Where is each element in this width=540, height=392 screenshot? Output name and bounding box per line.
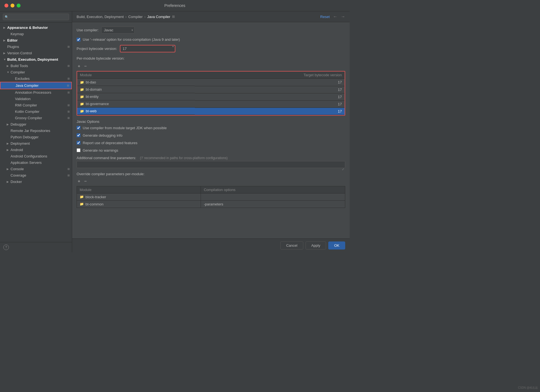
gen-debug-checkbox[interactable] — [77, 133, 80, 137]
deprecated-label: Report use of deprecated features — [83, 141, 137, 145]
sidebar-item-label: Python Debugger — [11, 135, 70, 139]
table-row-selected[interactable]: 📁 bt-web 17 — [77, 108, 345, 115]
sidebar-item-label: Java Compiler — [16, 83, 66, 88]
sidebar-item-label: Kotlin Compiler — [15, 110, 66, 114]
sidebar-item-plugins[interactable]: Plugins ⊞ — [0, 44, 72, 50]
project-bytecode-row: Project bytecode version: 17 11 8 ▾ — [77, 45, 345, 52]
sidebar-item-docker[interactable]: ▶ Docker — [0, 179, 72, 185]
sidebar-item-android[interactable]: ▶ Android — [0, 147, 72, 153]
override-module-name: block-tracker — [85, 195, 106, 199]
sidebar-item-groovy-compiler[interactable]: Groovy Compiler ⊞ — [0, 115, 72, 121]
sidebar-item-label: Editor — [7, 38, 70, 42]
sidebar-item-remote-jar[interactable]: Remote Jar Repositories — [0, 128, 72, 134]
sidebar-item-label: Build Tools — [11, 64, 66, 68]
folder-icon: 📁 — [80, 88, 84, 91]
table-row[interactable]: 📁 bt-dao 17 — [77, 79, 345, 86]
sidebar-item-appearance[interactable]: ▶ Appearance & Behavior — [0, 24, 72, 31]
add-module-button[interactable]: + — [77, 63, 81, 69]
breadcrumb-sep1: › — [125, 15, 127, 19]
sidebar-item-java-compiler[interactable]: Java Compiler ⊞ — [0, 82, 72, 89]
additional-input-wrap: ⤢ — [77, 161, 345, 172]
sidebar-item-python-debugger[interactable]: Python Debugger — [0, 134, 72, 140]
sidebar-item-android-configs[interactable]: Android Configurations — [0, 153, 72, 159]
folder-icon: 📁 — [80, 195, 84, 199]
release-option-checkbox[interactable] — [77, 38, 80, 42]
table-row[interactable]: 📁 bt-domain 17 — [77, 86, 345, 93]
folder-icon: 📁 — [80, 202, 84, 206]
apply-button[interactable]: Apply — [306, 241, 326, 250]
bytecode-select[interactable]: 17 11 8 — [120, 45, 175, 52]
sidebar: 🔍 ▶ Appearance & Behavior Keymap ▶ Edito… — [0, 11, 72, 252]
additional-command-input[interactable] — [77, 161, 345, 168]
override-options — [201, 193, 345, 200]
override-label: Override compiler parameters per-module: — [77, 172, 345, 176]
sidebar-item-app-servers[interactable]: Application Servers — [0, 159, 72, 166]
sidebar-item-validation[interactable]: Validation — [0, 96, 72, 102]
compiler-select[interactable]: Javac Eclipse Ajc — [101, 27, 135, 34]
sidebar-item-excludes[interactable]: Excludes ⊞ — [0, 75, 72, 82]
module-table: Module Target bytecode version 📁 bt-dao … — [77, 72, 345, 115]
add-override-button[interactable]: + — [77, 178, 81, 184]
additional-label: Additional command line parameters: — [77, 156, 136, 160]
gen-debug-label: Generate debugging info — [83, 133, 122, 138]
sidebar-item-debugger[interactable]: ▶ Debugger — [0, 121, 72, 128]
sidebar-item-version-control[interactable]: ▶ Version Control — [0, 50, 72, 56]
release-option-label: Use '--release' option for cross-compila… — [83, 37, 180, 42]
cancel-button[interactable]: Cancel — [280, 241, 303, 250]
window-title: Preferences — [164, 3, 185, 8]
sidebar-item-label: Build, Execution, Deployment — [7, 57, 70, 62]
sidebar-item-build-exec[interactable]: ▼ Build, Execution, Deployment — [0, 56, 72, 63]
table-row[interactable]: 📁 bt-entity 17 — [77, 93, 345, 100]
breadcrumb-part1: Build, Execution, Deployment — [77, 15, 124, 19]
sidebar-item-deployment[interactable]: ▶ Deployment — [0, 140, 72, 147]
content-body: Use compiler: Javac Eclipse Ajc ▾ Use '-… — [72, 22, 350, 238]
sidebar-item-compiler[interactable]: ▼ Compiler — [0, 69, 72, 75]
sidebar-item-label: Keymap — [11, 32, 70, 36]
sidebar-item-kotlin-compiler[interactable]: Kotlin Compiler ⊞ — [0, 108, 72, 115]
content-header: Build, Execution, Deployment › Compiler … — [72, 11, 350, 22]
maximize-button[interactable] — [17, 4, 21, 7]
sidebar-bottom: ? — [0, 242, 72, 252]
override-table: Module Compilation options 📁 block-track… — [77, 186, 345, 208]
release-option-row: Use '--release' option for cross-compila… — [77, 37, 345, 42]
minimize-button[interactable] — [11, 4, 14, 7]
reset-button[interactable]: Reset — [320, 15, 330, 19]
remove-override-button[interactable]: − — [83, 178, 88, 184]
traffic-lights — [4, 4, 21, 7]
sidebar-item-build-tools[interactable]: ▶ Build Tools ⊞ — [0, 63, 72, 69]
sidebar-item-rmi-compiler[interactable]: RMI Compiler ⊞ — [0, 102, 72, 108]
sidebar-item-label: Deployment — [11, 141, 70, 146]
col-module-header: Module — [77, 72, 195, 79]
forward-button[interactable]: → — [341, 14, 345, 19]
folder-icon: 📁 — [80, 102, 84, 106]
help-button[interactable]: ? — [3, 245, 9, 250]
breadcrumb-icon: ⊞ — [172, 15, 175, 19]
chevron-right-icon: ▶ — [3, 26, 7, 29]
override-col-module: Module — [77, 186, 201, 193]
deprecated-checkbox[interactable] — [77, 141, 80, 145]
remove-module-button[interactable]: − — [83, 63, 88, 69]
content-footer: Cancel Apply OK — [72, 238, 350, 252]
sidebar-item-label: Android — [11, 148, 70, 152]
close-button[interactable] — [4, 4, 8, 7]
sidebar-item-editor[interactable]: ▶ Editor — [0, 37, 72, 44]
override-table-toolbar: + − — [77, 178, 345, 184]
folder-icon: 📁 — [80, 109, 84, 113]
override-col-options: Compilation options — [201, 186, 345, 193]
ok-button[interactable]: OK — [328, 241, 345, 250]
override-row[interactable]: 📁 block-tracker — [77, 193, 345, 200]
use-from-module-checkbox[interactable] — [77, 126, 80, 130]
table-row[interactable]: 📁 bt-governance 17 — [77, 100, 345, 108]
sidebar-item-keymap[interactable]: Keymap — [0, 31, 72, 37]
sidebar-item-label: Groovy Compiler — [15, 116, 66, 120]
sidebar-item-coverage[interactable]: Coverage ⊞ — [0, 172, 72, 179]
override-row[interactable]: 📁 bt-common -parameters — [77, 200, 345, 208]
module-version: 17 — [195, 93, 345, 100]
search-input[interactable] — [3, 14, 69, 20]
sidebar-item-label: Android Configurations — [11, 154, 70, 158]
sidebar-item-label: Version Control — [7, 51, 70, 55]
back-button[interactable]: ← — [333, 14, 337, 19]
no-warnings-checkbox[interactable] — [77, 148, 80, 152]
sidebar-item-console[interactable]: ▶ Console ⊞ — [0, 166, 72, 172]
sidebar-item-annotation-processors[interactable]: Annotation Processors ⊞ — [0, 89, 72, 96]
